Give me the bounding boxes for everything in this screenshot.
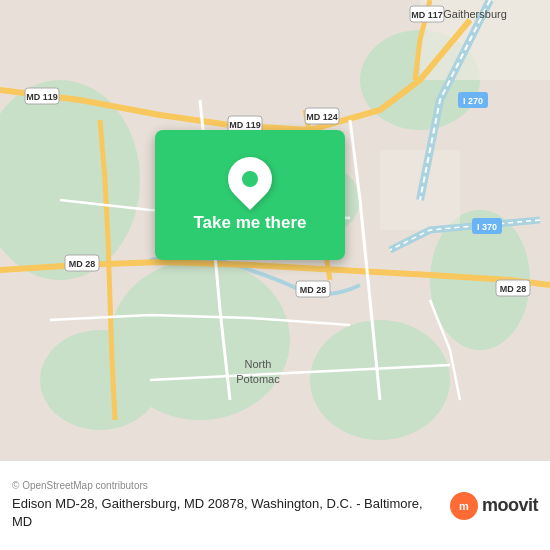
svg-text:MD 124: MD 124	[306, 112, 338, 122]
svg-point-6	[40, 330, 160, 430]
moovit-text: moovit	[482, 495, 538, 516]
svg-point-5	[310, 320, 450, 440]
svg-text:Gaithersburg: Gaithersburg	[443, 8, 507, 20]
svg-text:MD 28: MD 28	[69, 259, 96, 269]
location-pin-icon	[219, 148, 281, 210]
svg-text:Potomac: Potomac	[236, 373, 280, 385]
moovit-icon: m	[450, 492, 478, 520]
svg-text:I 370: I 370	[477, 222, 497, 232]
svg-text:MD 117: MD 117	[411, 10, 443, 20]
map-container: MD 119 MD 119 MD 124 MD 117 I 270 I 370 …	[0, 0, 550, 460]
address-text: Edison MD-28, Gaithersburg, MD 20878, Wa…	[12, 495, 440, 531]
svg-text:MD 119: MD 119	[26, 92, 58, 102]
copyright-text: © OpenStreetMap contributors	[12, 480, 440, 491]
moovit-logo: m moovit	[450, 492, 538, 520]
bottom-bar: © OpenStreetMap contributors Edison MD-2…	[0, 460, 550, 550]
take-me-there-label: Take me there	[193, 213, 306, 233]
action-card[interactable]: Take me there	[155, 130, 345, 260]
svg-text:North: North	[245, 358, 272, 370]
svg-text:MD 28: MD 28	[500, 284, 527, 294]
svg-text:MD 119: MD 119	[229, 120, 261, 130]
svg-text:I 270: I 270	[463, 96, 483, 106]
address-section: © OpenStreetMap contributors Edison MD-2…	[12, 480, 440, 531]
pin-inner-dot	[242, 171, 258, 187]
svg-text:m: m	[459, 500, 469, 512]
svg-text:MD 28: MD 28	[300, 285, 327, 295]
